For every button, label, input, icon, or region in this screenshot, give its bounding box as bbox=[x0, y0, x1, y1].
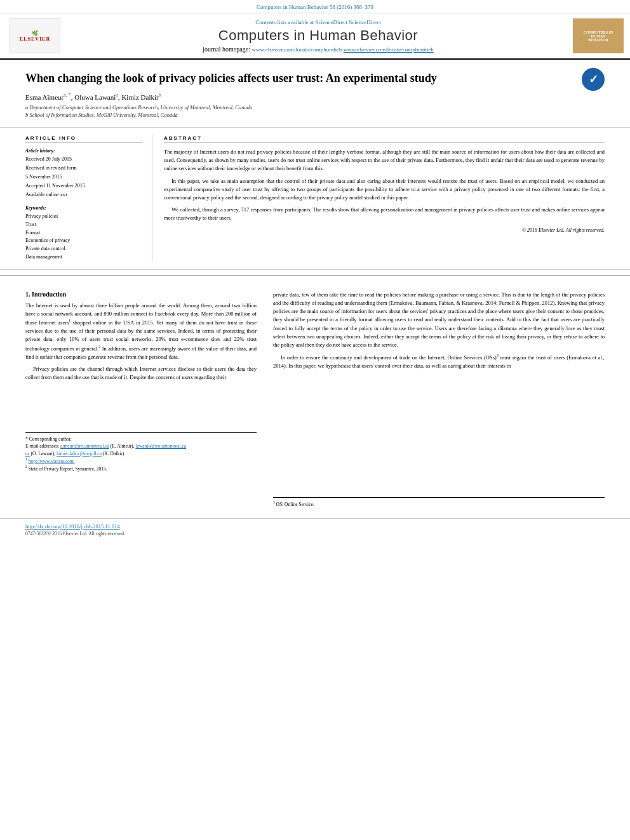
keyword-3: Format bbox=[25, 229, 143, 237]
crossmark-circle: ✓ bbox=[582, 68, 605, 91]
available-online: Available online xxx bbox=[25, 191, 143, 199]
right-para1-text: private data, few of them take the time … bbox=[273, 291, 605, 348]
left-para1: The Internet is used by almost three bil… bbox=[25, 302, 257, 361]
right-para1: private data, few of them take the time … bbox=[273, 291, 605, 349]
email4-note: (K. Dalkir). bbox=[102, 451, 125, 457]
email2-line: ca (O. Lawani), kimiz.dalkir@mcgill.ca (… bbox=[25, 450, 257, 457]
right-column: private data, few of them take the time … bbox=[267, 291, 605, 508]
left-para2-text: Privacy policies are the channel through… bbox=[25, 366, 257, 380]
revised-label: Received in revised form bbox=[25, 164, 143, 172]
article-info-column: ARTICLE INFO Article history: Received 2… bbox=[25, 135, 152, 262]
right-para2-text: In order to ensure the continuity and de… bbox=[281, 354, 497, 361]
section-divider bbox=[0, 275, 630, 276]
doi-section: http://dx.doi.org/10.1016/j.chb.2015.11.… bbox=[0, 518, 630, 540]
journal-reference: Computers in Human Behavior 58 (2016) 36… bbox=[0, 0, 630, 13]
homepage-link[interactable]: www.elsevier.com/locate/comphumbeh bbox=[344, 46, 434, 53]
article-title: When changing the look of privacy polici… bbox=[25, 71, 605, 86]
science-direct-label: Contents lists available at ScienceDirec… bbox=[255, 19, 347, 25]
fn2-line: 2 State of Privacy Report, Symantec, 201… bbox=[25, 465, 257, 472]
main-content: 1. Introduction The Internet is used by … bbox=[0, 281, 630, 518]
abstract-para1: The majority of Internet users do not re… bbox=[164, 148, 605, 173]
right-body-text: private data, few of them take the time … bbox=[273, 291, 605, 370]
email-note: E-mail addresses: aimeur@iro.umontreal.c… bbox=[25, 443, 257, 450]
section1-label: Introduction bbox=[32, 291, 66, 298]
section1-number: 1. bbox=[25, 291, 30, 298]
logo-decoration: 🌿 bbox=[32, 30, 39, 36]
email2-link[interactable]: lawanio@iro.umontreal.ca bbox=[135, 443, 186, 449]
elsevier-logo: 🌿 ELSEVIER bbox=[10, 18, 60, 53]
fn1-link[interactable]: http://www.statista.com. bbox=[29, 458, 75, 463]
left-para2: Privacy policies are the channel through… bbox=[25, 365, 257, 382]
homepage-url[interactable]: www.elsevier.com/locate/comphumbeh bbox=[251, 46, 342, 53]
journal-cover-image: COMPUTERS INHUMANBEHAVIOR bbox=[573, 18, 624, 53]
revised-date: 5 November 2015 bbox=[25, 173, 143, 181]
doi-link[interactable]: http://dx.doi.org/10.1016/j.chb.2015.11.… bbox=[25, 523, 120, 530]
author-dalkir: , Kimiz Dalkir bbox=[118, 93, 159, 101]
fn2-text: State of Privacy Report, Symantec, 2015. bbox=[29, 465, 107, 471]
info-abstract-section: ARTICLE INFO Article history: Received 2… bbox=[0, 128, 630, 270]
elsevier-label: ELSEVIER bbox=[20, 36, 50, 42]
accepted-date: Accepted 11 November 2015 bbox=[25, 182, 143, 190]
history-label: Article history: bbox=[25, 148, 143, 154]
right-para2: In order to ensure the continuity and de… bbox=[273, 353, 605, 370]
svg-text:✓: ✓ bbox=[589, 73, 598, 86]
left-footnotes: * Corresponding author. E-mail addresses… bbox=[25, 432, 257, 472]
fn3-marker: 3 bbox=[273, 500, 275, 504]
affiliation-b: b School of Information Studies, McGill … bbox=[25, 112, 605, 118]
journal-ref-text: Computers in Human Behavior 58 (2016) 36… bbox=[257, 4, 373, 10]
abstract-text: The majority of Internet users do not re… bbox=[164, 148, 605, 222]
right-footnotes: 3 OS: Online Service. bbox=[273, 497, 605, 508]
corresponding-note: * Corresponding author. bbox=[25, 436, 257, 443]
journal-title-area: Contents lists available at ScienceDirec… bbox=[70, 18, 566, 53]
keywords-title: Keywords: bbox=[25, 205, 143, 211]
corresponding-text: * Corresponding author. bbox=[25, 436, 72, 442]
email3-note: (O. Lawani), bbox=[31, 451, 56, 457]
science-direct-text: Contents lists available at ScienceDirec… bbox=[255, 19, 381, 25]
keyword-5: Private data control bbox=[25, 245, 143, 253]
fn2-marker: 2 bbox=[25, 465, 27, 469]
received-date: Received 20 July 2015 bbox=[25, 156, 143, 163]
keywords-section: Keywords: Privacy policies Trust Format … bbox=[25, 205, 143, 262]
article-header: ✓ When changing the look of privacy poli… bbox=[0, 60, 630, 128]
left-body-text: The Internet is used by almost three bil… bbox=[25, 302, 257, 382]
authors-line: Esma Aïmeura, *, Oluwa Lawania, Kimiz Da… bbox=[25, 92, 605, 101]
copyright-text: © 2016 Elsevier Ltd. All rights reserved… bbox=[164, 227, 605, 233]
email-label: E-mail addresses: bbox=[25, 443, 59, 449]
email3-link[interactable]: ca bbox=[25, 451, 30, 457]
crossmark-badge: ✓ bbox=[582, 68, 605, 91]
section1-title: 1. Introduction bbox=[25, 291, 257, 298]
email4-link[interactable]: kimiz.dalkir@mcgill.ca bbox=[57, 451, 102, 457]
homepage-line: journal homepage: www.elsevier.com/locat… bbox=[203, 46, 433, 53]
fn3-text: OS: Online Service. bbox=[276, 502, 314, 507]
keyword-4: Economics of privacy bbox=[25, 237, 143, 245]
keyword-2: Trust bbox=[25, 221, 143, 229]
abstract-para3: We collected, through a survey, 717 resp… bbox=[164, 206, 605, 222]
journal-header: 🌿 ELSEVIER Contents lists available at S… bbox=[0, 13, 630, 60]
keyword-6: Data management bbox=[25, 253, 143, 262]
doi-rights: 0747-5632/© 2016 Elsevier Ltd. All right… bbox=[25, 531, 605, 537]
keyword-1: Privacy policies bbox=[25, 213, 143, 221]
email1-author: (E. Aïmeur), bbox=[109, 443, 135, 449]
fn1-line: 1 http://www.statista.com. bbox=[25, 457, 257, 465]
author-dalkir-sup: b bbox=[159, 92, 161, 98]
homepage-label: journal homepage: bbox=[203, 46, 250, 53]
author-aimeur: Esma Aïmeur bbox=[25, 93, 64, 101]
elsevier-logo-area: 🌿 ELSEVIER bbox=[6, 18, 64, 53]
journal-main-title: Computers in Human Behavior bbox=[218, 27, 418, 44]
left-column: 1. Introduction The Internet is used by … bbox=[25, 291, 267, 508]
fn3-line: 3 OS: Online Service. bbox=[273, 500, 605, 508]
cover-text: COMPUTERS INHUMANBEHAVIOR bbox=[584, 30, 613, 42]
science-direct-link[interactable]: ScienceDirect bbox=[349, 19, 380, 25]
affiliation-a: a Department of Computer Science and Ope… bbox=[25, 104, 605, 110]
abstract-para2: In this paper, we take as main assumptio… bbox=[164, 177, 605, 203]
author-aimeur-sup: a, * bbox=[64, 92, 71, 98]
author-lawani: , Oluwa Lawani bbox=[71, 93, 116, 101]
article-info-title: ARTICLE INFO bbox=[25, 135, 143, 143]
abstract-column: ABSTRACT The majority of Internet users … bbox=[152, 135, 605, 262]
fn1-marker: 1 bbox=[25, 457, 27, 461]
abstract-title: ABSTRACT bbox=[164, 135, 605, 143]
email1-link[interactable]: aimeur@iro.umontreal.ca bbox=[60, 443, 109, 449]
